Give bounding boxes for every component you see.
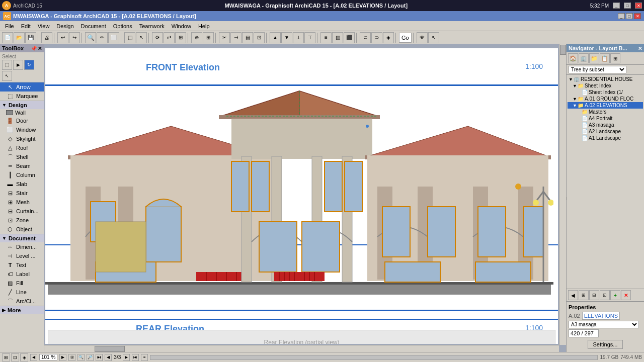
tool-skylight[interactable]: ◇ Skylight xyxy=(0,134,44,143)
view-select[interactable]: Go xyxy=(399,33,412,43)
tool-label[interactable]: 🏷 Label xyxy=(0,269,44,279)
inner-min-btn[interactable]: _ xyxy=(618,13,625,19)
nav-delete-btn[interactable]: ✕ xyxy=(621,290,631,300)
tool-wall[interactable]: Wall xyxy=(0,109,44,116)
tool-column[interactable]: ┃ Column xyxy=(0,170,44,179)
menu-view[interactable]: View xyxy=(35,22,53,30)
tool-fill[interactable]: ▨ Fill xyxy=(0,279,44,288)
menu-design[interactable]: Design xyxy=(53,22,76,30)
status-view1-btn[interactable]: ⊞ xyxy=(2,353,10,361)
nav-home-btn[interactable]: 🏠 xyxy=(568,53,578,63)
menu-options[interactable]: Options xyxy=(110,22,135,30)
inner-max-btn[interactable]: □ xyxy=(626,13,633,19)
tool-window[interactable]: ⬜ Window xyxy=(0,125,44,134)
cursor-btn[interactable]: ↖ xyxy=(428,32,439,43)
nav-item-sheet-index[interactable]: ▼ 📁 Sheet Index xyxy=(568,82,643,89)
toolbox-close-btn[interactable]: ✕ xyxy=(38,46,42,51)
move-down-btn[interactable]: ▼ xyxy=(281,32,292,43)
nav-item-elevations[interactable]: ▼ 📁 A.02 ELEVATIONS xyxy=(568,102,643,109)
menu-help[interactable]: Help xyxy=(195,22,213,30)
menu-file[interactable]: File xyxy=(2,22,17,30)
page-nav-btn[interactable]: ≡ xyxy=(141,354,148,361)
tool-text[interactable]: T Text xyxy=(0,260,44,269)
nav-layout3-btn[interactable]: ⊡ xyxy=(600,290,610,300)
nav-view-dropdown[interactable]: Tree by subset xyxy=(569,66,626,73)
undo-btn[interactable]: ↩ xyxy=(57,32,68,43)
select-btn[interactable]: ⬚ xyxy=(124,32,135,43)
print-btn[interactable]: 🖨 xyxy=(41,32,52,43)
pencil-btn[interactable]: ✏ xyxy=(97,32,108,43)
eraser-btn[interactable]: ⬜ xyxy=(108,32,119,43)
tool-stair[interactable]: ⊟ Stair xyxy=(0,189,44,198)
split-btn[interactable]: ✂ xyxy=(219,32,230,43)
zoom-next-btn[interactable]: ▶ xyxy=(59,354,66,361)
rotate-btn[interactable]: ⟳ xyxy=(152,32,163,43)
arrow-tool-btn[interactable]: ↖ xyxy=(136,32,147,43)
nav-item-masters[interactable]: 📁 Masters xyxy=(568,109,643,115)
redo-btn[interactable]: ↪ xyxy=(69,32,80,43)
nav-layout1-btn[interactable]: ⊞ xyxy=(579,290,589,300)
nav-prev-btn[interactable]: ◀ xyxy=(568,290,578,300)
layer-btn[interactable]: ≡ xyxy=(320,32,332,43)
tool-zone[interactable]: ⊡ Zone xyxy=(0,216,44,225)
minimize-btn[interactable]: _ xyxy=(613,3,620,9)
offset-btn[interactable]: ⊞ xyxy=(175,32,186,43)
nav-item-residential[interactable]: ▼ 🏢 RESIDENTIAL HOUSE xyxy=(568,76,643,82)
nav-item-a3masaga[interactable]: 📄 A3 masaga xyxy=(568,122,643,128)
snap-btn[interactable]: ⊕ xyxy=(191,32,202,43)
status-view3-btn[interactable]: ◈ xyxy=(20,353,28,361)
nav-layout-btn[interactable]: 📋 xyxy=(600,53,610,63)
tool-dimension[interactable]: ↔ Dimen... xyxy=(0,242,44,251)
horizontal-scrollbar[interactable] xyxy=(44,345,559,352)
align-btn[interactable]: ⊤ xyxy=(304,32,315,43)
tool-mesh[interactable]: ⊞ Mesh xyxy=(0,198,44,207)
select-rotate-btn[interactable]: ↻ xyxy=(24,60,34,70)
nav-building-btn[interactable]: 🏢 xyxy=(579,53,589,63)
drawing-area[interactable]: FRONT Elevation 1:100 REAR Elevation 1:1… xyxy=(44,44,566,352)
tool-object[interactable]: ⬡ Object xyxy=(0,225,44,234)
select-cursor-btn[interactable]: ↖ xyxy=(2,71,12,81)
tool-slab[interactable]: ▬ Slab xyxy=(0,179,44,189)
tool-curtain[interactable]: ⊟ Curtain... xyxy=(0,207,44,216)
trim-btn[interactable]: ⊣ xyxy=(230,32,242,43)
page-first-btn[interactable]: ⏮ xyxy=(96,354,103,361)
tool-beam[interactable]: ━ Beam xyxy=(0,161,44,170)
nav-item-ground-floor[interactable]: ▼ 📁 A.01 GROUND FLOC xyxy=(568,96,643,102)
zoom-prev-btn[interactable]: ◀ xyxy=(30,354,37,361)
toolbox-pin-btn[interactable]: 📌 xyxy=(31,46,37,51)
tool-arc[interactable]: ⌒ Arc/Ci... xyxy=(0,297,44,306)
page-last-btn[interactable]: ⏭ xyxy=(132,354,139,361)
close-btn[interactable]: ✕ xyxy=(635,3,642,9)
settings-button[interactable]: Settings... xyxy=(588,340,623,349)
zoom-in2-btn[interactable]: 🔍 xyxy=(77,354,85,361)
tool-level[interactable]: ⊣ Level ... xyxy=(0,251,44,260)
h-scrollbar-status[interactable] xyxy=(150,355,598,360)
nav-layout2-btn[interactable]: ⊟ xyxy=(589,290,599,300)
select-arrow-btn[interactable]: ▶ xyxy=(13,60,23,70)
menu-teamwork[interactable]: Teamwork xyxy=(136,22,168,30)
zoom-in-btn[interactable]: 🔍 xyxy=(85,32,96,43)
new-btn[interactable]: 📄 xyxy=(2,32,13,43)
render-btn[interactable]: ◈ xyxy=(383,32,394,43)
open-btn[interactable]: 📂 xyxy=(14,32,25,43)
nav-item-a4portrait[interactable]: 📄 A4 Portrait xyxy=(568,115,643,122)
grid-btn[interactable]: ⊞ xyxy=(203,32,214,43)
inner-close-btn[interactable]: ✕ xyxy=(634,13,641,19)
save-btn[interactable]: 💾 xyxy=(25,32,36,43)
menu-window[interactable]: Window xyxy=(169,22,194,30)
mirror-btn[interactable]: ⇄ xyxy=(164,32,175,43)
vertical-scrollbar[interactable] xyxy=(559,44,566,345)
zoom-out-btn[interactable]: 🔎 xyxy=(87,354,94,361)
nav-grid-btn[interactable]: ⊞ xyxy=(610,53,620,63)
elevation-btn[interactable]: ⊃ xyxy=(371,32,382,43)
tool-roof[interactable]: △ Roof xyxy=(0,143,44,152)
prop-sheet-dropdown[interactable]: A3 masaga xyxy=(569,321,639,328)
eye-btn[interactable]: 👁 xyxy=(417,32,428,43)
zoom-fit-btn[interactable]: ⊞ xyxy=(68,354,75,361)
tool-door[interactable]: 🚪 Door xyxy=(0,116,44,125)
page-next-btn[interactable]: ▶ xyxy=(123,354,130,361)
nav-close-btn[interactable]: ✕ xyxy=(638,46,642,51)
status-view2-btn[interactable]: ⊡ xyxy=(11,353,19,361)
group-btn[interactable]: ▤ xyxy=(242,32,253,43)
nav-item-sheet-index-1[interactable]: 📄 Sheet Index (1/ xyxy=(568,89,643,96)
